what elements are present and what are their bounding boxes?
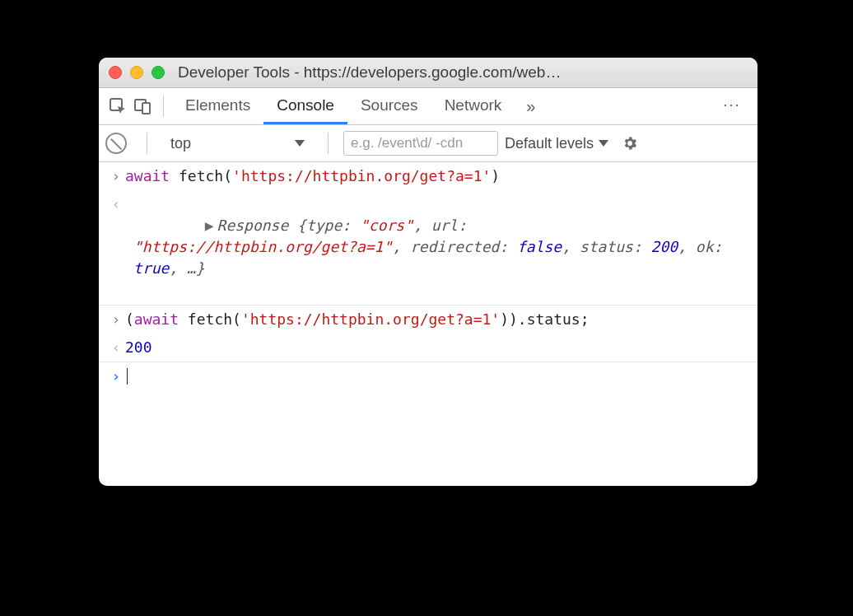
panel-tabs-row: Elements Console Sources Network » ⋮ bbox=[99, 88, 757, 125]
tab-network[interactable]: Network bbox=[431, 88, 515, 124]
chevron-down-icon bbox=[295, 140, 305, 147]
console-input-entry: › await fetch('https://httpbin.org/get?a… bbox=[99, 162, 757, 190]
console-prompt-line[interactable]: › bbox=[99, 362, 757, 390]
zoom-window-button[interactable] bbox=[151, 66, 165, 79]
device-toolbar-icon[interactable] bbox=[130, 94, 155, 119]
tab-sources[interactable]: Sources bbox=[347, 88, 431, 124]
log-level-label: Default levels bbox=[505, 135, 594, 152]
tab-elements[interactable]: Elements bbox=[172, 88, 263, 124]
devtools-window: Developer Tools - https://developers.goo… bbox=[99, 58, 757, 486]
expand-triangle-icon[interactable]: ▶ bbox=[205, 215, 214, 236]
gear-icon[interactable] bbox=[622, 135, 638, 152]
divider bbox=[328, 133, 329, 154]
return-arrow-icon: ‹ bbox=[107, 337, 125, 358]
active-prompt-icon: › bbox=[107, 366, 125, 387]
window-controls bbox=[109, 66, 165, 79]
log-level-selector[interactable]: Default levels bbox=[505, 135, 608, 152]
text-cursor bbox=[127, 368, 128, 385]
close-window-button[interactable] bbox=[109, 66, 122, 79]
context-label: top bbox=[170, 135, 191, 152]
code-line: await fetch('https://httpbin.org/get?a=1… bbox=[125, 166, 749, 187]
code-line: (await fetch('https://httpbin.org/get?a=… bbox=[125, 309, 749, 330]
console-toolbar: top Default levels bbox=[99, 125, 757, 162]
divider bbox=[163, 96, 164, 117]
kebab-menu-icon[interactable]: ⋮ bbox=[722, 97, 742, 115]
context-selector[interactable]: top bbox=[162, 132, 313, 155]
console-return-entry: ‹ ▶Response {type: "cors", url: "https:/… bbox=[99, 190, 757, 305]
divider bbox=[147, 133, 147, 154]
console-input[interactable] bbox=[125, 366, 749, 387]
svg-rect-2 bbox=[142, 103, 150, 114]
return-arrow-icon: ‹ bbox=[107, 194, 125, 215]
console-return-entry: ‹ 200 bbox=[99, 334, 757, 362]
tab-console[interactable]: Console bbox=[263, 88, 347, 124]
return-value: 200 bbox=[125, 337, 749, 358]
window-title: Developer Tools - https://developers.goo… bbox=[178, 63, 748, 82]
console-input-entry: › (await fetch('https://httpbin.org/get?… bbox=[99, 306, 757, 334]
response-object[interactable]: ▶Response {type: "cors", url: "https://h… bbox=[125, 194, 749, 301]
clear-console-icon[interactable] bbox=[105, 133, 127, 154]
prompt-icon: › bbox=[107, 309, 125, 330]
inspect-element-icon[interactable] bbox=[105, 94, 130, 119]
prompt-icon: › bbox=[107, 166, 125, 187]
minimize-window-button[interactable] bbox=[130, 66, 143, 79]
panel-tabs: Elements Console Sources Network bbox=[172, 88, 515, 124]
chevron-down-icon bbox=[599, 140, 608, 147]
titlebar: Developer Tools - https://developers.goo… bbox=[99, 58, 757, 88]
filter-input[interactable] bbox=[343, 131, 498, 156]
console-output[interactable]: › await fetch('https://httpbin.org/get?a… bbox=[99, 162, 757, 486]
tabs-overflow-button[interactable]: » bbox=[526, 97, 535, 116]
